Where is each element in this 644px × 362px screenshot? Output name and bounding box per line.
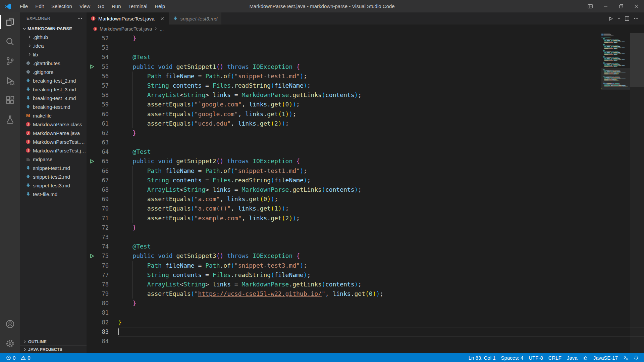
code-line-66[interactable]: 66 Path fileName = Path.of("snippet-test… [87, 166, 644, 176]
section-java-projects[interactable]: JAVA PROJECTS [20, 346, 87, 353]
file-item-makefile[interactable]: Mmakefile [20, 111, 87, 120]
code-line-53[interactable]: 53 [87, 43, 644, 52]
code-line-65[interactable]: 65 public void getSnippet2() throws IOEx… [87, 156, 644, 166]
folder-item-lib[interactable]: lib [20, 50, 87, 59]
tab-snippet-test3-md[interactable]: snippet-test3.md [169, 12, 222, 25]
run-test-button[interactable] [87, 251, 97, 261]
layout-button[interactable] [582, 0, 598, 12]
activity-extensions-button[interactable] [0, 90, 20, 110]
file-item-markdownparsetest-cl-[interactable]: JMarkdownParseTest.cl... [20, 137, 87, 146]
status-indentation[interactable]: Spaces: 4 [498, 353, 526, 362]
run-dropdown-button[interactable] [616, 15, 622, 21]
file-item-test-file-md[interactable]: test-file.md [20, 190, 87, 198]
code-line-76[interactable]: 76 Path fileName = Path.of("snippet-test… [87, 261, 644, 270]
breadcrumb-symbol[interactable]: ... [160, 26, 164, 32]
code-line-58[interactable]: 58 ArrayList<String> links = MarkdownPar… [87, 90, 644, 100]
close-button[interactable] [629, 0, 644, 12]
code-line-64[interactable]: 64 @Test [87, 147, 644, 156]
code-line-81[interactable]: 81 [87, 308, 644, 317]
code-line-78[interactable]: 78 ArrayList<String> links = MarkdownPar… [87, 280, 644, 289]
code-line-69[interactable]: 69 assertEquals("a.com", links.get(0)); [87, 194, 644, 204]
file-item-mdparse[interactable]: mdparse [20, 155, 87, 164]
code-line-83[interactable]: 83 [87, 327, 644, 336]
file-item-snippet-test3-md[interactable]: snippet-test3.md [20, 181, 87, 190]
project-root-item[interactable]: MARKDOWN-PARSE [20, 25, 87, 33]
file-item-snippet-test1-md[interactable]: snippet-test1.md [20, 164, 87, 172]
code-line-70[interactable]: 70 assertEquals("a.com(()", links.get(1)… [87, 204, 644, 213]
status-encoding[interactable]: UTF-8 [526, 353, 546, 362]
code-line-59[interactable]: 59 assertEquals("`google.com", links.get… [87, 100, 644, 109]
code-line-56[interactable]: 56 Path fileName = Path.of("snippet-test… [87, 72, 644, 81]
status-errors[interactable]: 0 [3, 353, 18, 362]
run-java-button[interactable] [607, 15, 614, 22]
file-item-breaking-test-md[interactable]: breaking-test.md [20, 102, 87, 111]
file-item-markdownparse-java[interactable]: JMarkdownParse.java [20, 129, 87, 137]
restore-button[interactable] [613, 0, 629, 12]
code-line-57[interactable]: 57 String contents = Files.readString(fi… [87, 81, 644, 90]
code-line-72[interactable]: 72 } [87, 223, 644, 232]
menu-file[interactable]: File [16, 2, 32, 11]
folder-item--idea[interactable]: .idea [20, 41, 87, 50]
code-line-52[interactable]: 52 } [87, 34, 644, 43]
status-java-status[interactable] [621, 353, 631, 362]
status-notifications[interactable] [631, 353, 641, 362]
code-line-77[interactable]: 77 String contents = Files.readString(fi… [87, 270, 644, 280]
scrollbar-track[interactable] [630, 33, 644, 353]
code-line-67[interactable]: 67 String contents = Files.readString(fi… [87, 176, 644, 185]
code-line-75[interactable]: 75 public void getSnippet3() throws IOEx… [87, 251, 644, 261]
activity-run-debug-button[interactable] [0, 71, 20, 90]
run-test-button[interactable] [87, 62, 97, 72]
code-line-55[interactable]: 55 public void getSnippet1() throws IOEx… [87, 62, 644, 72]
menu-selection[interactable]: Selection [48, 2, 76, 11]
file-item--gitignore[interactable]: .gitignore [20, 67, 87, 76]
code-line-60[interactable]: 60 assertEquals("google.com", links.get(… [87, 109, 644, 119]
more-actions-button[interactable] [632, 15, 640, 22]
menu-go[interactable]: Go [94, 2, 108, 11]
menu-help[interactable]: Help [151, 2, 169, 11]
activity-explorer-button[interactable] [0, 12, 20, 32]
activity-search-button[interactable] [0, 32, 20, 51]
file-item--gitattributes[interactable]: .gitattributes [20, 59, 87, 67]
menu-run[interactable]: Run [108, 2, 125, 11]
code-line-62[interactable]: 62 } [87, 128, 644, 138]
file-item-breaking-test-4-md[interactable]: breaking-test_4.md [20, 94, 87, 102]
file-item-markdownparse-class[interactable]: JMarkdownParse.class [20, 120, 87, 129]
tab-markdownparsetest-java[interactable]: JMarkdownParseTest.java [87, 12, 169, 25]
scrollbar-slider[interactable] [630, 33, 644, 87]
close-tab-button[interactable] [160, 16, 165, 21]
status-cursor-position[interactable]: Ln 83, Col 1 [466, 353, 498, 362]
status-warnings[interactable]: 0 [18, 353, 33, 362]
code-line-63[interactable]: 63 [87, 138, 644, 147]
status-java-ready[interactable] [580, 353, 591, 362]
code-line-82[interactable]: 82} [87, 318, 644, 327]
activity-source-control-button[interactable] [0, 51, 20, 71]
code-line-80[interactable]: 80 } [87, 299, 644, 308]
activity-settings-button[interactable] [0, 334, 20, 353]
code-line-79[interactable]: 79 assertEquals("https://ucsd-cse15l-w22… [87, 289, 644, 299]
section-outline[interactable]: OUTLINE [20, 338, 87, 346]
code-line-68[interactable]: 68 ArrayList<String> links = MarkdownPar… [87, 185, 644, 194]
code-editor[interactable]: 52 }5354 @Test55 public void getSnippet1… [87, 33, 644, 353]
activity-account-button[interactable] [0, 314, 20, 334]
split-editor-button[interactable] [623, 15, 631, 22]
menu-view[interactable]: View [76, 2, 94, 11]
code-line-71[interactable]: 71 assertEquals("example.com", links.get… [87, 214, 644, 223]
status-language-mode[interactable]: Java [564, 353, 580, 362]
code-line-73[interactable]: 73 [87, 232, 644, 242]
explorer-actions-button[interactable] [77, 16, 83, 21]
menu-edit[interactable]: Edit [32, 2, 48, 11]
minimize-button[interactable] [598, 0, 613, 12]
activity-testing-button[interactable] [0, 110, 20, 129]
code-line-61[interactable]: 61 assertEquals("ucsd.edu", links.get(2)… [87, 119, 644, 128]
status-eol[interactable]: CRLF [546, 353, 564, 362]
file-item-breaking-test-3-md[interactable]: breaking-test_3.md [20, 85, 87, 94]
menu-terminal[interactable]: Terminal [125, 2, 151, 11]
code-line-54[interactable]: 54 @Test [87, 52, 644, 62]
status-java-runtime[interactable]: JavaSE-17 [591, 353, 621, 362]
breadcrumb[interactable]: J MarkdownParseTest.java ... [87, 25, 644, 33]
run-test-button[interactable] [87, 156, 97, 166]
file-item-snippet-test2-md[interactable]: snippet-test2.md [20, 172, 87, 181]
code-line-84[interactable]: 84 [87, 336, 644, 346]
file-item-breaking-test-2-md[interactable]: breaking-test_2.md [20, 76, 87, 85]
breadcrumb-file[interactable]: MarkdownParseTest.java [100, 26, 152, 32]
